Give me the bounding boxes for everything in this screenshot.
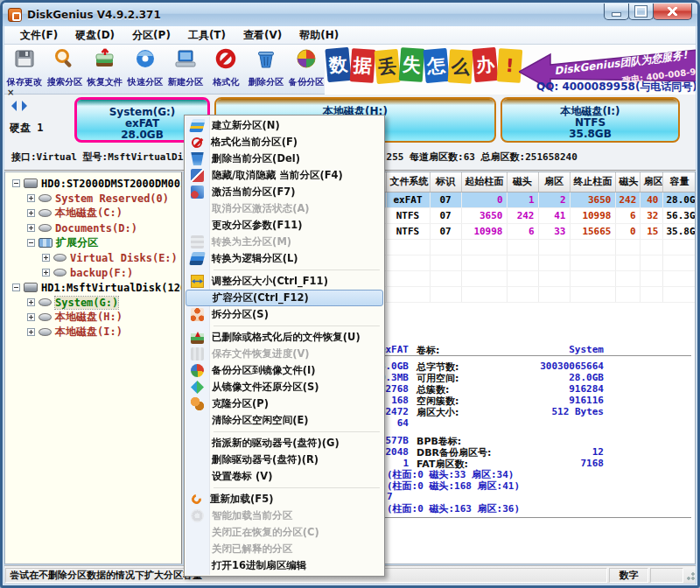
tree-item-2[interactable]: System Reserved(0) [5,191,181,206]
context-menu-label: 取消分区激活状态(A) [212,201,310,215]
context-menu-item-4[interactable]: 隐藏/取消隐藏 当前分区(F4) [186,167,383,184]
tree-expander-icon[interactable] [27,194,35,202]
context-menu-item-10[interactable]: 调整分区大小(Ctrl_F11) [186,273,383,290]
banner-slogan-tiles: 数据丢失怎么办! [326,48,522,81]
context-menu-label: 从镜像文件还原分区(S) [212,380,319,394]
context-menu-item-19[interactable]: 指派新的驱动器号(盘符)(G) [186,435,383,452]
cell-empty [461,239,507,255]
tree-item-10[interactable]: 本地磁盘(H:) [5,310,181,325]
tree-item-3[interactable]: 本地磁盘(C:) [5,206,181,220]
partition-type-band [502,99,678,105]
toolbar-button-search[interactable]: 搜索分区 [45,45,85,94]
context-menu-label: 智能加载当前分区 [212,508,292,522]
disk-info-left: 接口:Virtual 型号:MsftVirtualDisk [11,151,195,163]
cell-empty [538,239,570,255]
context-menu-item-11[interactable]: 扩容分区(Ctrl_F12) [186,290,383,306]
next-disk-arrow-icon[interactable] [22,101,27,111]
context-menu-item-13[interactable]: 已删除或格式化后的文件恢复(U) [186,329,383,346]
context-menu-item-18[interactable]: 清除分区空闲空间(E) [186,412,383,429]
tree-item-6[interactable]: Virtual Disks(E:) [5,250,181,265]
partition-type-band [216,99,494,105]
cell-empty [430,239,461,255]
partition-block-3[interactable]: 本地磁盘(I:)NTFS35.8GB [500,97,680,143]
context-menu-label: 重新加载(F5) [210,492,273,506]
context-menu-label: 调整分区大小(Ctrl_F11) [212,274,328,288]
context-menu-label: 关闭已解释的分区 [212,542,292,556]
context-menu-item-2[interactable]: 格式化当前分区(F) [186,134,383,150]
tree-expander-icon[interactable] [27,298,35,306]
tree-expander-icon[interactable] [42,269,50,276]
tree-item-8[interactable]: HD1:MsftVirtualDisk(120GB) [5,280,181,295]
context-menu-item-9[interactable]: 转换为逻辑分区(L) [186,250,383,267]
context-menu-item-20[interactable]: 删除驱动器号(盘符)(R) [186,452,383,468]
menubar-item-4[interactable]: 工具(T) [179,26,234,45]
context-menu-item-5[interactable]: 激活当前分区(F7) [186,184,383,200]
tree-expander-icon[interactable] [27,239,35,247]
tree-item-1[interactable]: HD0:ST2000DMST2000DM001-1CH1 [5,176,181,191]
context-menu-item-1[interactable]: 建立新分区(N) [186,117,383,134]
context-menu-label: 拆分分区(S) [212,307,269,321]
context-menu-item-17[interactable]: 克隆分区(P) [186,396,383,412]
toolbar-button-newpart[interactable]: 新建分区 [165,45,206,94]
ad-banner[interactable]: 数据丢失怎么办! DiskGenius团队为您服务! 致电: 400-008-9… [325,45,696,94]
menubar-item-3[interactable]: 分区(P) [123,26,179,45]
hide-icon [191,169,204,182]
cell-es: 32 [640,207,662,223]
close-button[interactable] [653,4,692,20]
tree-expander-icon[interactable] [12,284,20,291]
part-icon [53,269,66,276]
column-header: 磁头 [615,172,640,192]
context-menu-item-26[interactable]: 打开16进制扇区编辑 [186,557,383,574]
tree-expander-icon[interactable] [42,254,50,262]
cell-sc: 3650 [461,207,507,223]
resize-grip-icon[interactable] [684,570,696,581]
context-menu-item-22[interactable]: 重新加载(F5) [186,491,383,508]
tree-item-4[interactable]: Documents(D:) [5,220,181,235]
toolbar-button-backup[interactable]: 备份分区 [286,45,326,94]
context-menu-item-7[interactable]: 更改分区参数(F11) [186,217,383,234]
tree-item-7[interactable]: backup(F:) [5,265,181,280]
context-menu-item-15[interactable]: 备份分区到镜像文件(I) [186,362,383,379]
save-icon [13,47,36,74]
tree-expander-icon[interactable] [27,313,35,321]
detail-fragment: (柱面:0 磁头:163 扇区:36) [387,502,520,515]
toolbar-label: 快速分区 [128,76,163,88]
tree-item-5[interactable]: 扩展分区 [5,235,181,250]
menubar-item-5[interactable]: 查看(V) [234,26,290,45]
context-menu-item-12[interactable]: 拆分分区(S) [186,306,383,323]
tree-expander-icon[interactable] [27,209,35,217]
delete-icon [255,47,277,74]
disk-nav [11,101,27,111]
title-bar[interactable]: DiskGenius V4.9.2.371 [3,3,697,26]
panel-close-icon[interactable]: × [7,88,14,97]
cell-empty [662,255,696,270]
tree-item-11[interactable]: 本地磁盘(I:) [5,325,181,340]
context-menu-separator [214,326,380,326]
cell-empty [430,255,461,270]
prev-disk-arrow-icon[interactable] [11,101,17,111]
column-header: 扇区 [640,172,662,192]
toolbar-button-save[interactable]: 保存更改 [4,45,45,94]
toolbar-button-delete[interactable]: 删除分区 [246,45,286,94]
menubar-item-6[interactable]: 帮助(H) [290,26,347,45]
tree-expander-icon[interactable] [12,179,20,187]
tree-expander-icon[interactable] [27,224,35,232]
app-window: DiskGenius V4.9.2.371 文件(F)硬盘(D)分区(P)工具(… [0,0,700,588]
toolbar-button-recover[interactable]: 恢复文件 [85,45,125,94]
detail-value: 28.0GB [492,372,604,383]
minimize-button[interactable] [604,4,629,20]
maximize-button[interactable] [628,4,654,20]
tree-expander-icon[interactable] [27,328,35,336]
context-menu-item-3[interactable]: 删除当前分区(Del) [186,150,383,167]
tree-item-9[interactable]: System(G:) [5,295,181,310]
context-menu-item-16[interactable]: 从镜像文件还原分区(S) [186,379,383,396]
banner-tile: 么 [448,49,474,84]
toolbar-button-quick[interactable]: 快速分区 [125,45,165,94]
cell-empty [507,270,538,286]
menubar-item-1[interactable]: 文件(F) [11,26,66,45]
context-menu-item-21[interactable]: 设置卷标 (V) [186,468,383,485]
cell-empty [570,239,615,255]
menubar-item-2[interactable]: 硬盘(D) [66,26,123,45]
toolbar-button-format[interactable]: 格式化 [206,45,246,94]
split-icon [191,308,204,321]
